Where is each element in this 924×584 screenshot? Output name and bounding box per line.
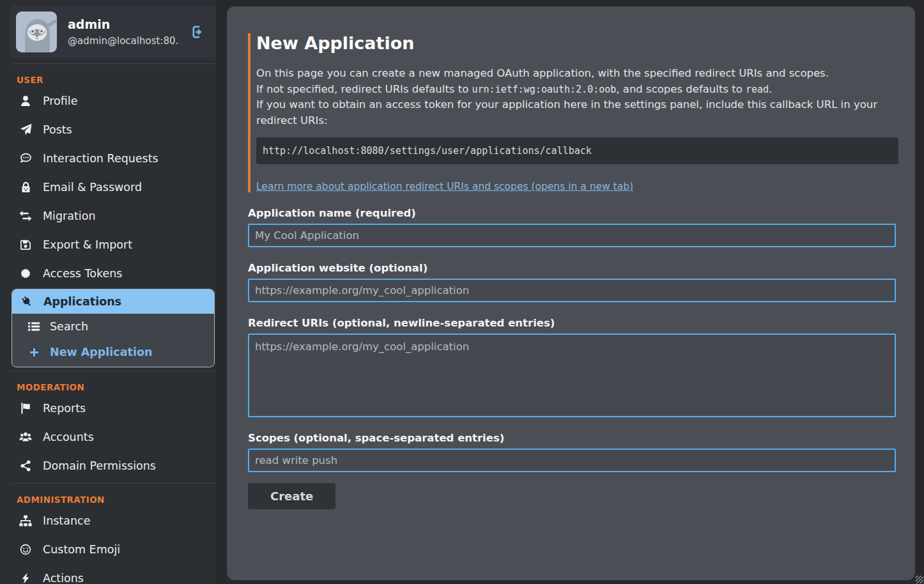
divider	[10, 63, 216, 64]
sidebar-item-label: Accounts	[43, 431, 94, 443]
divider	[10, 483, 216, 484]
face-smile-icon	[19, 544, 32, 555]
sidebar-item-label: Posts	[43, 123, 72, 136]
sidebar-item-actions[interactable]: Actions	[0, 564, 216, 584]
inline-code-read: read	[746, 84, 769, 95]
intro-block: New Application On this page you can cre…	[248, 33, 896, 192]
plus-icon	[27, 347, 40, 358]
sidebar-item-applications-new[interactable]: New Application	[12, 339, 214, 365]
certificate-icon	[19, 268, 32, 279]
sidebar-item-email-password[interactable]: Email & Password	[0, 173, 216, 201]
sidebar-item-label: Migration	[43, 210, 96, 222]
sidebar-item-label: Reports	[43, 402, 86, 415]
intro-line-3: If you want to obtain an access token fo…	[256, 97, 896, 128]
redirect-uris-label: Redirect URIs (optional, newline-separat…	[248, 317, 896, 329]
sidebar-item-export-import[interactable]: Export & Import	[0, 230, 216, 259]
application-website-input[interactable]	[248, 279, 896, 302]
intro-line-2: If not specified, redirect URIs defaults…	[256, 82, 896, 98]
sidebar-item-label: Domain Permissions	[43, 459, 156, 472]
user-card[interactable]: admin @admin@localhost:80...	[10, 5, 216, 58]
user-icon	[19, 95, 32, 107]
learn-more-link[interactable]: Learn more about application redirect UR…	[256, 181, 633, 192]
section-title-moderation: MODERATION	[17, 382, 216, 392]
divider	[10, 371, 216, 371]
inline-code-oob: urn:ietf:wg:oauth:2.0:oob	[472, 84, 617, 95]
sidebar-item-label: Interaction Requests	[43, 152, 158, 165]
section-title-user: USER	[17, 75, 216, 85]
sidebar-item-posts[interactable]: Posts	[0, 115, 216, 144]
avatar	[16, 12, 57, 52]
section-title-administration: ADMINISTRATION	[17, 495, 216, 505]
share-nodes-icon	[19, 460, 32, 472]
sidebar-item-label: Instance	[43, 514, 90, 527]
sidebar-item-custom-emoji[interactable]: Custom Emoji	[0, 535, 216, 564]
flag-icon	[19, 403, 32, 414]
sidebar-item-label: Custom Emoji	[43, 543, 120, 556]
callback-url-code-block: http://localhost:8080/settings/user/appl…	[256, 137, 898, 164]
sitemap-icon	[19, 515, 32, 526]
bolt-icon	[19, 572, 32, 584]
plug-icon	[20, 296, 33, 307]
sidebar-item-label: Search	[50, 320, 88, 333]
sidebar-item-label: Profile	[43, 95, 77, 107]
sidebar-item-label: Actions	[43, 572, 84, 584]
user-handle: @admin@localhost:80...	[68, 35, 180, 47]
floppy-disk-icon	[19, 239, 32, 250]
application-name-label: Application name (required)	[248, 207, 896, 219]
sidebar-item-instance[interactable]: Instance	[0, 506, 216, 535]
display-name: admin	[68, 17, 180, 31]
sidebar-item-label: Applications	[43, 295, 121, 308]
sidebar-item-reports[interactable]: Reports	[0, 394, 216, 422]
sidebar-item-label: New Application	[50, 346, 152, 358]
comment-dots-icon	[19, 152, 32, 164]
arrows-left-right-icon	[19, 211, 32, 221]
create-button[interactable]: Create	[248, 483, 335, 509]
paper-plane-icon	[19, 123, 32, 135]
sidebar-item-accounts[interactable]: Accounts	[0, 422, 216, 451]
scopes-label: Scopes (optional, space-separated entrie…	[248, 432, 896, 444]
sidebar: admin @admin@localhost:80... USER Profil…	[0, 0, 216, 584]
sidebar-group-applications: Applications Search New Application	[12, 289, 215, 367]
user-names: admin @admin@localhost:80...	[68, 17, 180, 47]
sidebar-item-domain-permissions[interactable]: Domain Permissions	[0, 451, 216, 480]
application-website-label: Application website (optional)	[248, 262, 896, 274]
sidebar-item-migration[interactable]: Migration	[0, 201, 216, 230]
sidebar-item-label: Access Tokens	[43, 267, 122, 280]
main-panel: New Application On this page you can cre…	[227, 6, 915, 580]
application-name-input[interactable]	[248, 224, 896, 247]
sidebar-item-profile[interactable]: Profile	[0, 86, 216, 115]
users-icon	[19, 431, 32, 442]
resize-grip[interactable]	[916, 576, 923, 583]
sidebar-item-access-tokens[interactable]: Access Tokens	[0, 259, 216, 288]
list-icon	[27, 321, 40, 332]
redirect-uris-textarea[interactable]	[248, 334, 896, 417]
sidebar-item-label: Email & Password	[43, 181, 142, 194]
intro-line-1: On this page you can create a new manage…	[256, 66, 896, 82]
sidebar-item-applications[interactable]: Applications	[12, 289, 214, 314]
scopes-input[interactable]	[248, 449, 896, 472]
lock-icon	[19, 181, 32, 193]
page-title: New Application	[256, 33, 896, 54]
sign-out-icon[interactable]	[190, 24, 207, 40]
sidebar-item-label: Export & Import	[43, 238, 132, 251]
sidebar-item-interaction-requests[interactable]: Interaction Requests	[0, 144, 216, 173]
sidebar-item-applications-search[interactable]: Search	[12, 314, 214, 339]
